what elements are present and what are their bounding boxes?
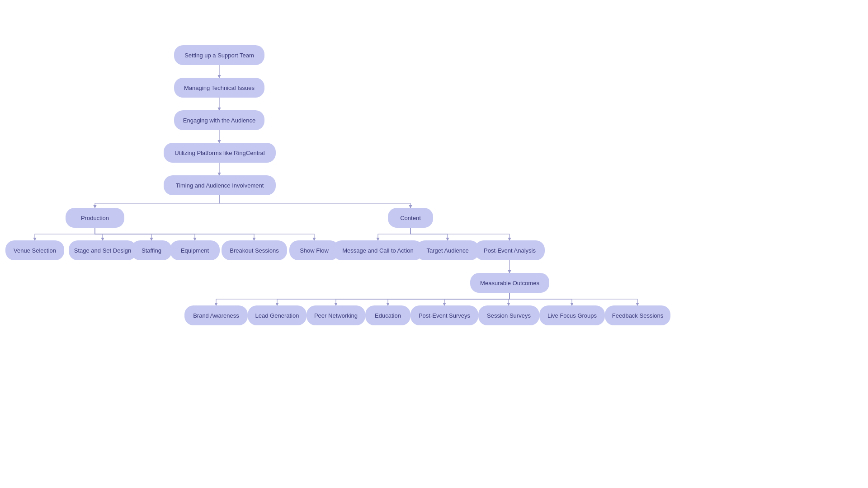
node-target[interactable]: Target Audience	[416, 240, 479, 260]
node-managing[interactable]: Managing Technical Issues	[174, 78, 264, 98]
node-content[interactable]: Content	[388, 208, 433, 228]
node-setting-up[interactable]: Setting up a Support Team	[174, 45, 264, 65]
node-postsurveys[interactable]: Post-Event Surveys	[410, 305, 478, 325]
node-lead[interactable]: Lead Generation	[248, 305, 307, 325]
node-production[interactable]: Production	[66, 208, 124, 228]
node-postevent[interactable]: Post-Event Analysis	[475, 240, 545, 260]
node-peer[interactable]: Peer Networking	[307, 305, 365, 325]
node-utilizing[interactable]: Utilizing Platforms like RingCentral	[164, 143, 276, 163]
node-stage[interactable]: Stage and Set Design	[69, 240, 137, 260]
node-engaging[interactable]: Engaging with the Audience	[174, 110, 264, 130]
node-timing[interactable]: Timing and Audience Involvement	[164, 175, 276, 195]
node-breakout[interactable]: Breakout Sessions	[222, 240, 287, 260]
node-showflow[interactable]: Show Flow	[289, 240, 339, 260]
node-brand[interactable]: Brand Awareness	[184, 305, 248, 325]
node-live[interactable]: Live Focus Groups	[539, 305, 605, 325]
node-equipment[interactable]: Equipment	[170, 240, 220, 260]
node-staffing[interactable]: Staffing	[131, 240, 172, 260]
node-venue[interactable]: Venue Selection	[5, 240, 64, 260]
node-session[interactable]: Session Surveys	[478, 305, 539, 325]
node-measurable[interactable]: Measurable Outcomes	[470, 273, 549, 293]
node-feedback[interactable]: Feedback Sessions	[605, 305, 670, 325]
node-education[interactable]: Education	[365, 305, 410, 325]
node-message[interactable]: Message and Call to Action	[333, 240, 423, 260]
